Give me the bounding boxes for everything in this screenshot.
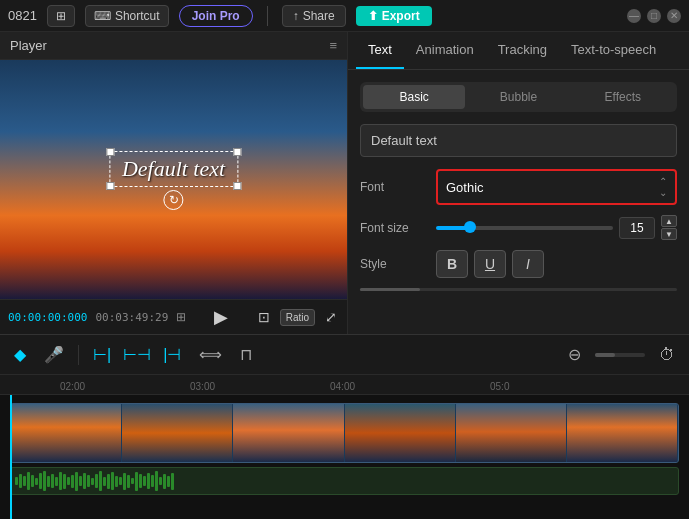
monitor-icon-btn[interactable]: ⊞ — [47, 5, 75, 27]
sub-tab-effects[interactable]: Effects — [572, 85, 674, 109]
timeline-toolbar: ◆ 🎤 ⊢| ⊢⊣ |⊣ ⟺ ⊓ ⊖ — [0, 335, 689, 375]
italic-icon: I — [526, 256, 530, 272]
player-panel: Player ≡ Default text ↻ 00:00:00:000 00:… — [0, 32, 348, 334]
close-btn[interactable]: ✕ — [667, 9, 681, 23]
ruler-mark-02: 02:00 — [60, 381, 85, 392]
tab-text-to-speech[interactable]: Text-to-speech — [559, 32, 668, 69]
font-size-down-btn[interactable]: ▼ — [661, 228, 677, 240]
wave-bar — [123, 473, 126, 490]
default-text-input[interactable]: Default text — [360, 124, 677, 157]
monitor-icon: ⊞ — [56, 9, 66, 23]
text-overlay-box[interactable]: Default text ↻ — [109, 151, 238, 187]
timeline-tracks — [0, 395, 689, 519]
mic-btn[interactable]: 🎤 — [40, 341, 68, 368]
wave-bar — [119, 477, 122, 485]
player-canvas: Default text ↻ — [0, 60, 347, 299]
list-icon[interactable]: ⊞ — [176, 310, 186, 324]
export-icon: ⬆ — [368, 9, 378, 23]
underline-btn[interactable]: U — [474, 250, 506, 278]
wave-bar — [127, 475, 130, 488]
zoom-slider[interactable] — [595, 353, 645, 357]
thumb-seg-5 — [456, 404, 567, 462]
split-btn[interactable]: ⟺ — [195, 341, 226, 368]
clock-btn[interactable]: ⏱ — [655, 342, 679, 368]
font-size-slider[interactable] — [436, 226, 613, 230]
handle-top-left[interactable] — [106, 148, 114, 156]
wave-bar — [111, 472, 114, 490]
font-size-value[interactable]: 15 — [619, 217, 655, 239]
font-value: Gothic — [446, 180, 484, 195]
wave-bar — [43, 471, 46, 491]
underline-icon: U — [485, 256, 495, 272]
wave-bar — [67, 477, 70, 485]
style-active-indicator — [360, 288, 420, 291]
shortcut-label: Shortcut — [115, 9, 160, 23]
tab-animation[interactable]: Animation — [404, 32, 486, 69]
crop-btn[interactable]: ⊓ — [236, 341, 256, 368]
ratio-btn[interactable]: Ratio — [280, 309, 315, 326]
italic-btn[interactable]: I — [512, 250, 544, 278]
minus-icon: ⊖ — [568, 345, 581, 364]
size-arrows: ▲ ▼ — [661, 215, 677, 240]
export-btn[interactable]: ⬆ Export — [356, 6, 432, 26]
wave-bar — [19, 474, 22, 488]
trim-left-btn[interactable]: |⊣ — [159, 341, 185, 368]
trim-center-btn[interactable]: ⊢⊣ — [119, 341, 155, 368]
edit-icons-group: ⊢| ⊢⊣ |⊣ — [89, 341, 185, 368]
bold-btn[interactable]: B — [436, 250, 468, 278]
wave-bar — [23, 476, 26, 486]
handle-top-right[interactable] — [233, 148, 241, 156]
sub-tab-basic[interactable]: Basic — [363, 85, 465, 109]
trim-right-btn[interactable]: ⊢| — [89, 341, 115, 368]
font-size-up-btn[interactable]: ▲ — [661, 215, 677, 227]
slider-thumb[interactable] — [464, 221, 476, 233]
shortcut-btn[interactable]: ⌨ Shortcut — [85, 5, 169, 27]
right-panel: Text Animation Tracking Text-to-speech B… — [348, 32, 689, 334]
wave-bar — [147, 473, 150, 489]
shortcut-icon: ⌨ — [94, 9, 111, 23]
chevron-icon: ⌃⌄ — [659, 176, 667, 198]
camera-icon: ⊡ — [258, 309, 270, 325]
export-label: Export — [382, 9, 420, 23]
keyframe-btn[interactable]: ◆ — [10, 341, 30, 368]
tab-tracking[interactable]: Tracking — [486, 32, 559, 69]
split-icon: ⟺ — [199, 345, 222, 364]
handle-bottom-right[interactable] — [233, 182, 241, 190]
minimize-btn[interactable]: — — [627, 9, 641, 23]
wave-bar — [75, 472, 78, 491]
right-panel-content: Basic Bubble Effects Default text Font G… — [348, 70, 689, 334]
player-menu-icon[interactable]: ≡ — [329, 38, 337, 53]
share-icon: ↑ — [293, 9, 299, 23]
wave-bar — [83, 473, 86, 489]
style-indicator-bar — [360, 288, 677, 291]
join-pro-btn[interactable]: Join Pro — [179, 5, 253, 27]
title-bar-left: 0821 ⊞ ⌨ Shortcut Join Pro ↑ Share ⬆ Exp… — [8, 5, 627, 27]
fullscreen-btn[interactable]: ⤢ — [323, 307, 339, 327]
zoom-out-btn[interactable]: ⊖ — [564, 341, 585, 368]
title-bar: 0821 ⊞ ⌨ Shortcut Join Pro ↑ Share ⬆ Exp… — [0, 0, 689, 32]
font-size-row: Font size 15 ▲ ▼ — [360, 215, 677, 240]
wave-bar — [47, 476, 50, 487]
font-select[interactable]: Gothic ⌃⌄ — [436, 169, 677, 205]
ruler-mark-03: 03:00 — [190, 381, 215, 392]
sub-tab-bubble[interactable]: Bubble — [467, 85, 569, 109]
wave-bar — [115, 476, 118, 487]
tab-text[interactable]: Text — [356, 32, 404, 69]
wave-bar — [171, 473, 174, 490]
wave-bar — [151, 475, 154, 487]
play-btn[interactable]: ▶ — [212, 304, 230, 330]
wave-bar — [39, 473, 42, 489]
audio-track[interactable] — [10, 467, 679, 495]
wave-bar — [163, 474, 166, 489]
text-overlay-content: Default text — [122, 156, 225, 181]
zoom-slider-fill — [595, 353, 615, 357]
screenshot-btn[interactable]: ⊡ — [256, 307, 272, 327]
handle-bottom-left[interactable] — [106, 182, 114, 190]
rotate-handle[interactable]: ↻ — [164, 190, 184, 210]
share-btn[interactable]: ↑ Share — [282, 5, 346, 27]
video-track[interactable] — [10, 403, 679, 463]
title-bar-controls: — □ ✕ — [627, 9, 681, 23]
font-row: Font Gothic ⌃⌄ — [360, 169, 677, 205]
wave-bar — [167, 476, 170, 487]
maximize-btn[interactable]: □ — [647, 9, 661, 23]
